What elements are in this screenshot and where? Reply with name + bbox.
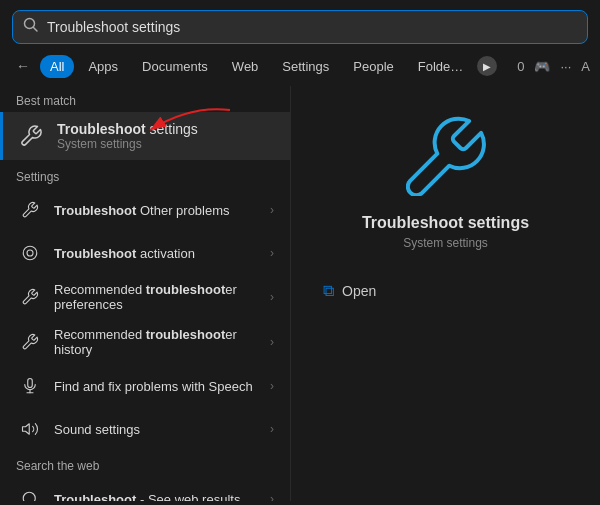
right-panel-title: Troubleshoot settings (362, 214, 529, 232)
right-panel-actions: ⧉ Open (311, 274, 580, 308)
svg-point-8 (23, 492, 35, 501)
best-match-title: Troubleshoot settings (57, 121, 198, 137)
list-item[interactable]: Troubleshoot activation › (4, 232, 286, 274)
web-search-text: Troubleshoot - See web results (54, 492, 260, 502)
sound-text: Sound settings (54, 422, 260, 437)
nav-tabs: ← All Apps Documents Web Settings People… (0, 54, 600, 78)
troubleshoot-activation-icon (16, 239, 44, 267)
list-item[interactable]: Troubleshoot Other problems › (4, 189, 286, 231)
chevron-right-icon: › (270, 290, 274, 304)
svg-point-2 (23, 246, 37, 260)
best-match-icon (15, 120, 47, 152)
left-panel: Best match Troubleshoot settings System … (0, 86, 290, 501)
search-input[interactable] (47, 19, 577, 35)
recommended-pref-icon (16, 283, 44, 311)
tab-all[interactable]: All (40, 55, 74, 78)
troubleshoot-activation-text: Troubleshoot activation (54, 246, 260, 261)
web-search-item[interactable]: Troubleshoot - See web results › (4, 478, 286, 501)
troubleshoot-other-text: Troubleshoot Other problems (54, 203, 260, 218)
chevron-right-icon: › (270, 246, 274, 260)
speech-icon (16, 372, 44, 400)
search-bar[interactable] (12, 10, 588, 44)
open-button[interactable]: ⧉ Open (311, 274, 580, 308)
tab-web[interactable]: Web (222, 55, 269, 78)
web-search-icon (16, 485, 44, 501)
right-panel-icon (406, 116, 486, 200)
sound-icon (16, 415, 44, 443)
tab-apps[interactable]: Apps (78, 55, 128, 78)
tab-people[interactable]: People (343, 55, 403, 78)
svg-point-3 (27, 250, 33, 256)
chevron-right-icon: › (270, 335, 274, 349)
tab-folders[interactable]: Folde… (408, 55, 474, 78)
right-panel: Troubleshoot settings System settings ⧉ … (290, 86, 600, 501)
user-avatar[interactable]: A (581, 59, 590, 74)
right-panel-subtitle: System settings (403, 236, 488, 250)
svg-line-1 (34, 28, 38, 32)
more-tabs-button[interactable]: ▶ (477, 56, 497, 76)
list-item[interactable]: Find and fix problems with Speech › (4, 365, 286, 407)
svg-marker-7 (23, 424, 30, 435)
tab-documents[interactable]: Documents (132, 55, 218, 78)
recommended-history-icon (16, 328, 44, 356)
chevron-right-icon: › (270, 422, 274, 436)
list-item[interactable]: Sound settings › (4, 408, 286, 450)
more-options[interactable]: ··· (560, 59, 571, 74)
chevron-right-icon: › (270, 379, 274, 393)
nav-count: 0 (517, 59, 524, 74)
web-section-label: Search the web (0, 451, 290, 477)
controller-icon: 🎮 (534, 59, 550, 74)
main-content: Best match Troubleshoot settings System … (0, 86, 600, 501)
search-icon (23, 17, 39, 37)
best-match-subtitle: System settings (57, 137, 198, 151)
chevron-right-icon: › (270, 492, 274, 501)
best-match-item[interactable]: Troubleshoot settings System settings (0, 112, 290, 160)
tab-settings[interactable]: Settings (272, 55, 339, 78)
open-icon: ⧉ (323, 282, 334, 300)
open-label: Open (342, 283, 376, 299)
recommended-history-text: Recommended troubleshooter history (54, 327, 260, 357)
best-match-label: Best match (0, 86, 290, 112)
recommended-pref-text: Recommended troubleshooter preferences (54, 282, 260, 312)
troubleshoot-other-icon (16, 196, 44, 224)
back-button[interactable]: ← (10, 54, 36, 78)
best-match-text: Troubleshoot settings System settings (57, 121, 198, 151)
chevron-right-icon: › (270, 203, 274, 217)
nav-right: 0 🎮 ··· A (517, 59, 590, 74)
list-item[interactable]: Recommended troubleshooter history › (4, 320, 286, 364)
settings-section-label: Settings (0, 162, 290, 188)
svg-rect-4 (28, 379, 33, 388)
list-item[interactable]: Recommended troubleshooter preferences › (4, 275, 286, 319)
speech-text: Find and fix problems with Speech (54, 379, 260, 394)
